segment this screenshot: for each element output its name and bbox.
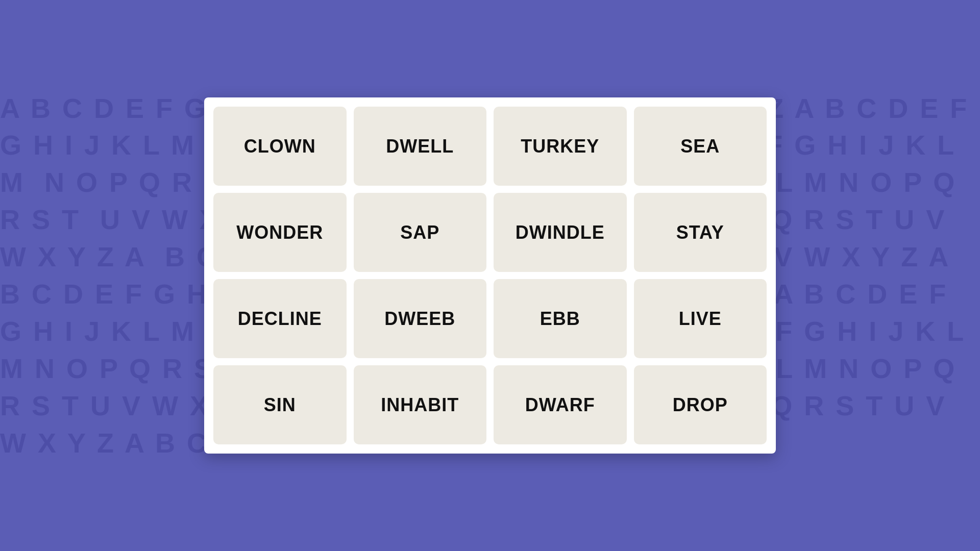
word-card-clown[interactable]: CLOWN (213, 107, 347, 186)
word-card-sea[interactable]: SEA (634, 107, 767, 186)
word-card-live[interactable]: LIVE (634, 279, 767, 358)
word-grid: CLOWNDWELLTURKEYSEAWONDERSAPDWINDLESTAYD… (204, 97, 776, 454)
word-label-wonder: WONDER (236, 222, 323, 243)
word-label-dwindle: DWINDLE (516, 222, 605, 243)
word-card-inhabit[interactable]: INHABIT (354, 365, 487, 444)
word-card-dwarf[interactable]: DWARF (494, 365, 627, 444)
word-label-live: LIVE (679, 308, 722, 330)
word-card-dwindle[interactable]: DWINDLE (494, 193, 627, 272)
word-label-sap: SAP (400, 222, 439, 243)
word-label-sea: SEA (680, 136, 720, 157)
word-label-dweeb: DWEEB (384, 308, 455, 330)
word-card-dweeb[interactable]: DWEEB (354, 279, 487, 358)
word-label-decline: DECLINE (238, 308, 322, 330)
word-card-dwell[interactable]: DWELL (354, 107, 487, 186)
word-label-drop: DROP (673, 394, 728, 416)
word-label-inhabit: INHABIT (381, 394, 459, 416)
word-label-ebb: EBB (540, 308, 580, 330)
word-card-stay[interactable]: STAY (634, 193, 767, 272)
word-card-ebb[interactable]: EBB (494, 279, 627, 358)
word-card-turkey[interactable]: TURKEY (494, 107, 627, 186)
word-label-stay: STAY (676, 222, 724, 243)
word-label-turkey: TURKEY (521, 136, 599, 157)
word-label-dwarf: DWARF (525, 394, 595, 416)
word-label-dwell: DWELL (386, 136, 454, 157)
word-card-sap[interactable]: SAP (354, 193, 487, 272)
word-label-clown: CLOWN (244, 136, 316, 157)
word-card-sin[interactable]: SIN (213, 365, 347, 444)
word-card-drop[interactable]: DROP (634, 365, 767, 444)
word-card-wonder[interactable]: WONDER (213, 193, 347, 272)
word-card-decline[interactable]: DECLINE (213, 279, 347, 358)
word-label-sin: SIN (264, 394, 296, 416)
